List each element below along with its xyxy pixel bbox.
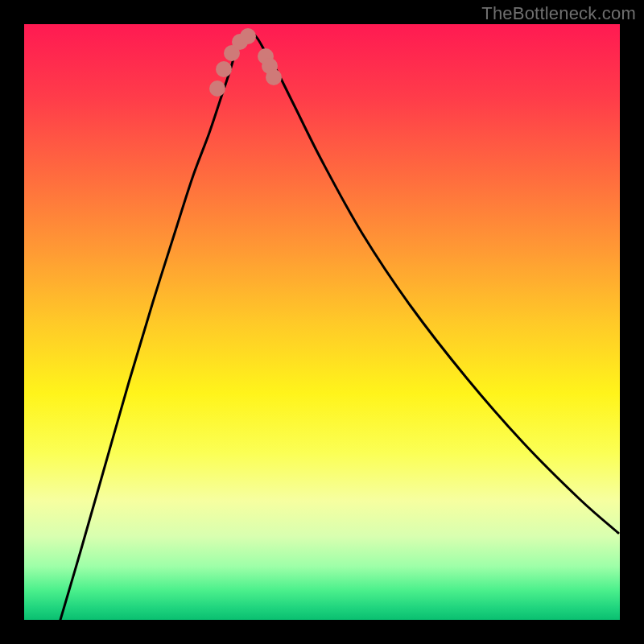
watermark-text: TheBottleneck.com — [481, 3, 636, 24]
marker-dot — [216, 61, 232, 77]
marker-dot — [209, 80, 225, 97]
marker-dot — [266, 69, 282, 85]
curve-markers — [209, 28, 282, 97]
marker-dot — [240, 28, 256, 44]
chart-frame: TheBottleneck.com — [0, 0, 644, 644]
plot-area — [24, 24, 620, 620]
curve-svg — [24, 24, 620, 620]
bottleneck-curve — [60, 31, 618, 620]
curve-path — [60, 31, 618, 620]
